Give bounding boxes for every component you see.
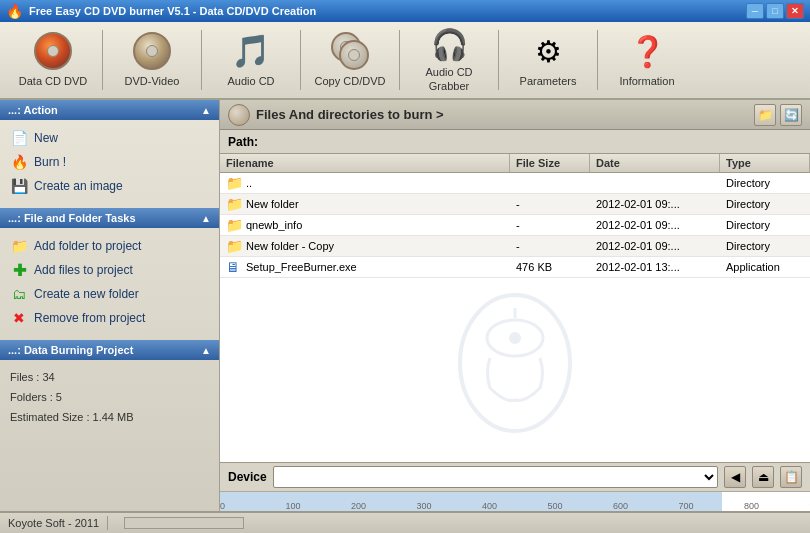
file-folder-section-header[interactable]: ...: File and Folder Tasks ▲ (0, 208, 219, 228)
nav-folder-btn[interactable]: 📁 (754, 104, 776, 126)
toolbar-sep-2 (201, 30, 202, 90)
content-area: Files And directories to burn > 📁 🔄 Path… (220, 100, 810, 511)
toolbar-sep-6 (597, 30, 598, 90)
progress-bar-area: 010020030040050060070080090 (220, 491, 810, 511)
data-cd-dvd-label: Data CD DVD (19, 75, 87, 88)
sidebar-item-new[interactable]: 📄 New (4, 126, 215, 150)
audio-cd-label: Audio CD (227, 75, 274, 88)
table-row[interactable]: 📁New folder - 2012-02-01 09:... Director… (220, 194, 810, 215)
minimize-button[interactable]: ─ (746, 3, 764, 19)
sidebar-item-create-image[interactable]: 💾 Create an image (4, 174, 215, 198)
progress-tick: 300 (416, 501, 431, 511)
file-name: Setup_FreeBurner.exe (246, 261, 357, 273)
sidebar-item-add-folder[interactable]: 📁 Add folder to project (4, 234, 215, 258)
sidebar: ...: Action ▲ 📄 New 🔥 Burn ! 💾 Create an… (0, 100, 220, 511)
close-button[interactable]: ✕ (786, 3, 804, 19)
table-row[interactable]: 📁qnewb_info - 2012-02-01 09:... Director… (220, 215, 810, 236)
file-name-cell: 🖥Setup_FreeBurner.exe (220, 257, 510, 277)
nav-refresh-btn[interactable]: 🔄 (780, 104, 802, 126)
file-name: New folder (246, 198, 299, 210)
sidebar-item-burn[interactable]: 🔥 Burn ! (4, 150, 215, 174)
file-name: .. (246, 177, 252, 189)
parameters-icon: ⚙ (528, 31, 568, 71)
create-image-label: Create an image (34, 179, 123, 193)
action-items: 📄 New 🔥 Burn ! 💾 Create an image (0, 120, 219, 204)
device-back-btn[interactable]: ◀ (724, 466, 746, 488)
toolbar: Data CD DVD DVD-Video 🎵 Audio CD Copy CD… (0, 22, 810, 100)
file-name: New folder - Copy (246, 240, 334, 252)
burn-icon: 🔥 (10, 153, 28, 171)
file-list-container[interactable]: Filename File Size Date Type 📁.. Directo… (220, 154, 810, 462)
file-folder-section-title: ...: File and Folder Tasks (8, 212, 136, 224)
table-row[interactable]: 🖥Setup_FreeBurner.exe 476 KB 2012-02-01 … (220, 257, 810, 278)
table-row[interactable]: 📁New folder - Copy - 2012-02-01 09:... D… (220, 236, 810, 257)
project-section-header[interactable]: ...: Data Burning Project ▲ (0, 340, 219, 360)
toolbar-audio-grabber[interactable]: 🎧 Audio CD Grabber (404, 26, 494, 94)
toolbar-information[interactable]: ❓ Information (602, 26, 692, 94)
file-rows: 📁.. Directory 📁New folder - 2012-02-01 0… (220, 173, 810, 278)
sidebar-item-new-folder[interactable]: 🗂 Create a new folder (4, 282, 215, 306)
device-eject-btn[interactable]: ⏏ (752, 466, 774, 488)
file-size-cell: 476 KB (510, 257, 590, 277)
files-header: Files And directories to burn > 📁 🔄 (220, 100, 810, 130)
project-section-title: ...: Data Burning Project (8, 344, 133, 356)
file-folder-items: 📁 Add folder to project ✚ Add files to p… (0, 228, 219, 336)
col-date[interactable]: Date (590, 154, 720, 172)
device-select[interactable] (273, 466, 718, 488)
action-section-header[interactable]: ...: Action ▲ (0, 100, 219, 120)
toolbar-sep-4 (399, 30, 400, 90)
progress-track: 010020030040050060070080090 (220, 492, 810, 511)
path-label: Path: (228, 135, 258, 149)
status-bar: Koyote Soft - 2011 (0, 511, 810, 533)
file-date-cell: 2012-02-01 09:... (590, 236, 720, 256)
toolbar-audio-cd[interactable]: 🎵 Audio CD (206, 26, 296, 94)
file-name-cell: 📁.. (220, 173, 510, 193)
toolbar-parameters[interactable]: ⚙ Parameters (503, 26, 593, 94)
progress-tick: 600 (613, 501, 628, 511)
size-value: 1.44 MB (93, 411, 134, 423)
device-bar: Device ◀ ⏏ 📋 (220, 463, 810, 491)
file-type-cell: Directory (720, 215, 810, 235)
bottom-area: Device ◀ ⏏ 📋 010020030040050060070080090 (220, 462, 810, 511)
sidebar-item-remove[interactable]: ✖ Remove from project (4, 306, 215, 330)
file-size-cell (510, 173, 590, 193)
file-name-cell: 📁New folder (220, 194, 510, 214)
folder-icon: 📁 (226, 175, 242, 191)
audio-grabber-label: Audio CD Grabber (409, 66, 489, 92)
table-row[interactable]: 📁.. Directory (220, 173, 810, 194)
file-date-cell (590, 173, 720, 193)
progress-tick: 100 (285, 501, 300, 511)
copy-cd-label: Copy CD/DVD (315, 75, 386, 88)
project-section: ...: Data Burning Project ▲ Files : 34 F… (0, 340, 219, 435)
device-info-btn[interactable]: 📋 (780, 466, 802, 488)
toolbar-data-cd-dvd[interactable]: Data CD DVD (8, 26, 98, 94)
horizontal-scrollbar[interactable] (124, 517, 244, 529)
toolbar-copy-cd[interactable]: Copy CD/DVD (305, 26, 395, 94)
col-type[interactable]: Type (720, 154, 810, 172)
progress-tick: 200 (351, 501, 366, 511)
main-area: ...: Action ▲ 📄 New 🔥 Burn ! 💾 Create an… (0, 100, 810, 511)
project-info: Files : 34 Folders : 5 Estimated Size : … (0, 360, 219, 435)
progress-tick: 400 (482, 501, 497, 511)
files-header-cd-icon (228, 104, 250, 126)
add-folder-icon: 📁 (10, 237, 28, 255)
new-label: New (34, 131, 58, 145)
folder-icon: 📁 (226, 238, 242, 254)
title-bar: 🔥 Free Easy CD DVD burner V5.1 - Data CD… (0, 0, 810, 22)
file-date-cell: 2012-02-01 09:... (590, 194, 720, 214)
svg-point-3 (509, 332, 521, 344)
audio-cd-icon: 🎵 (231, 31, 271, 71)
watermark-area (220, 278, 810, 458)
file-type-cell: Directory (720, 173, 810, 193)
sidebar-item-add-files[interactable]: ✚ Add files to project (4, 258, 215, 282)
col-filename[interactable]: Filename (220, 154, 510, 172)
status-divider (107, 516, 108, 530)
parameters-label: Parameters (520, 75, 577, 88)
file-name-cell: 📁New folder - Copy (220, 236, 510, 256)
toolbar-dvd-video[interactable]: DVD-Video (107, 26, 197, 94)
watermark-svg (435, 288, 595, 448)
copy-cd-icon (330, 31, 370, 71)
col-filesize[interactable]: File Size (510, 154, 590, 172)
nav-icons: 📁 🔄 (754, 104, 802, 126)
maximize-button[interactable]: □ (766, 3, 784, 19)
